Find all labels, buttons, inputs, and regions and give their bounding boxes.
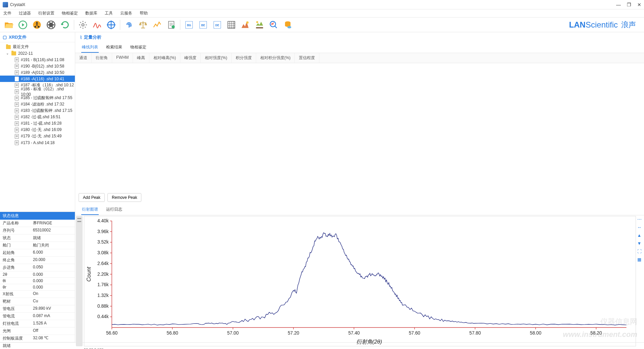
fingerprint-icon[interactable] <box>123 19 135 31</box>
menu-过滤器[interactable]: 过滤器 <box>19 10 31 16</box>
tree-file[interactable]: #183 -过硫酸氢钾 .shd 17:15 <box>0 107 75 114</box>
remove-peak-button[interactable]: Remove Peak <box>107 193 141 202</box>
tab-峰线列表[interactable]: 峰线列表 <box>81 42 99 53</box>
menu-云服务[interactable]: 云服务 <box>120 10 132 16</box>
chart-line-icon[interactable] <box>151 19 163 31</box>
column-header[interactable]: 积分强度 <box>232 53 256 63</box>
balance-icon[interactable] <box>137 19 149 31</box>
tab-检索结果[interactable]: 检索结果 <box>105 42 123 53</box>
report-icon[interactable] <box>165 19 177 31</box>
de-icon[interactable]: DE <box>211 19 223 31</box>
radiation-icon[interactable] <box>31 19 43 31</box>
tree-recent-folder[interactable]: 最近文件 <box>0 44 75 50</box>
column-header[interactable]: 相对强度(%) <box>201 53 232 63</box>
column-header[interactable]: 相对峰高(%) <box>149 53 180 63</box>
tree-file[interactable]: #179 -过-无 .shd 15:49 <box>0 133 75 139</box>
tree-file[interactable]: #181 - 过-硫.shd 16:28 <box>0 120 75 127</box>
column-header[interactable]: 峰强度 <box>180 53 201 63</box>
nav-up-icon[interactable]: ▲ <box>637 233 642 238</box>
svg-text:Count: Count <box>86 266 92 281</box>
peaks-icon[interactable] <box>239 19 251 31</box>
status-label: 控制板温度 <box>0 335 30 342</box>
tree-file[interactable]: #184 -滤油粉 .shd 17:32 <box>0 101 75 107</box>
tree-file[interactable]: #191 - B(116).shd 11:08 <box>0 56 75 63</box>
tab-物相鉴定[interactable]: 物相鉴定 <box>130 42 147 53</box>
tree-file[interactable]: #190 -B(012) .shd 10:58 <box>0 63 75 69</box>
column-header[interactable]: 峰高 <box>133 53 149 63</box>
status-label: 灯丝电流 <box>0 320 30 328</box>
status-value: 20.000 <box>30 257 75 264</box>
table-body <box>75 63 644 190</box>
peak-tabs: 峰线列表检索结果物相鉴定 <box>75 42 644 53</box>
menu-数据库[interactable]: 数据库 <box>85 10 97 16</box>
svg-text:BE: BE <box>201 24 205 27</box>
titlebar: CrystalX — ❐ ✕ <box>0 0 644 9</box>
fit-width-icon[interactable]: ↔ <box>637 225 642 230</box>
chart-canvas[interactable]: 0.44k0.88k1.32k1.76k2.20k2.64k3.08k3.52k… <box>84 216 636 346</box>
tree-file[interactable]: #182 -过-硫.shd 16:51 <box>0 114 75 120</box>
column-header[interactable]: FWHM <box>112 53 133 63</box>
tree-file[interactable]: #189 -A(012) .shd 10:50 <box>0 69 75 76</box>
minimize-button[interactable]: — <box>616 2 621 7</box>
status-label: 产品名称 <box>0 220 30 227</box>
maximize-button[interactable]: ❐ <box>627 2 631 7</box>
status-label: 终止角 <box>0 257 30 264</box>
tree-file[interactable]: #173 - A.shd 14:18 <box>0 139 75 146</box>
menu-衍射设置[interactable]: 衍射设置 <box>38 10 54 16</box>
app-title: CrystalX <box>10 2 616 7</box>
nav-down-icon[interactable]: ▼ <box>637 241 642 246</box>
search-analysis-icon[interactable] <box>268 19 280 31</box>
svg-text:57.80: 57.80 <box>469 330 481 335</box>
column-header[interactable]: 衍射角 <box>92 53 112 63</box>
chart-v-scrollbar[interactable] <box>76 216 83 346</box>
file-icon <box>15 140 19 145</box>
column-header[interactable]: 通道 <box>75 53 92 63</box>
tab-运行日志[interactable]: 运行日志 <box>105 205 123 215</box>
menu-文件[interactable]: 文件 <box>3 10 11 16</box>
tree-file[interactable]: #188 -A(116) .shd 10:41 <box>0 76 75 82</box>
document-icon: ▢ <box>3 35 7 40</box>
tab-衍射图谱[interactable]: 衍射图谱 <box>81 205 99 215</box>
tree-file[interactable]: #180 -过-无 .shd 16:09 <box>0 127 75 133</box>
menu-帮助[interactable]: 帮助 <box>140 10 148 16</box>
svg-text:DE: DE <box>215 24 219 27</box>
status-label: 步进角 <box>0 264 30 271</box>
grid-icon[interactable] <box>225 19 237 31</box>
fullscreen-icon[interactable]: ⛶ <box>637 249 642 254</box>
spectrum-icon[interactable] <box>91 19 103 31</box>
play-icon[interactable] <box>17 19 29 31</box>
be-icon[interactable]: BE <box>197 19 209 31</box>
svg-point-7 <box>172 25 175 28</box>
menu-物相鉴定[interactable]: 物相鉴定 <box>62 10 78 16</box>
close-button[interactable]: ✕ <box>637 2 641 7</box>
file-tree[interactable]: 最近文件⌄2022-11#191 - B(116).shd 11:08#190 … <box>0 42 75 212</box>
tree-date-folder[interactable]: ⌄2022-11 <box>0 50 75 56</box>
bg-icon[interactable]: BG <box>183 19 195 31</box>
file-icon <box>15 70 19 75</box>
menubar: 文件过滤器衍射设置物相鉴定数据库工具云服务帮助 <box>0 9 644 17</box>
column-header[interactable]: 相对积分强度(%) <box>256 53 295 63</box>
tree-file[interactable]: #186 - 标准（012）.shd 10:00 <box>0 88 75 95</box>
refresh-icon[interactable] <box>59 19 71 31</box>
status-panel: 状态信息 产品名称界FRINGE序列号65310002状态就绪舱门舱门关闭起始角… <box>0 212 75 342</box>
table-header: 通道衍射角FWHM峰高相对峰高(%)峰强度相对强度(%)积分强度相对积分强度(%… <box>75 53 644 63</box>
target-icon[interactable] <box>105 19 117 31</box>
add-peak-button[interactable]: Add Peak <box>79 193 105 202</box>
open-icon[interactable] <box>3 19 15 31</box>
status-label: 光闸 <box>0 328 30 335</box>
gear-icon[interactable] <box>77 19 89 31</box>
file-icon <box>15 64 19 69</box>
svg-text:2.20k: 2.20k <box>97 271 109 276</box>
svg-text:3.96k: 3.96k <box>97 229 109 234</box>
chevron-down-icon[interactable]: ⌄ <box>6 51 9 55</box>
database-cloud-icon[interactable] <box>282 19 294 31</box>
menu-工具[interactable]: 工具 <box>105 10 113 16</box>
chart-container: 0.44k0.88k1.32k1.76k2.20k2.64k3.08k3.52k… <box>75 215 644 343</box>
layers-icon[interactable] <box>254 19 266 31</box>
svg-text:1.76k: 1.76k <box>97 282 109 287</box>
grid-toggle-icon[interactable]: ▦ <box>637 257 642 262</box>
menu-icon[interactable]: ⋯ <box>637 217 642 222</box>
column-header[interactable]: 置信程度 <box>295 53 319 63</box>
aperture-icon[interactable] <box>45 19 57 31</box>
tree-file[interactable]: #185 - 过硫酸氢钾.shd 17:55 <box>0 95 75 101</box>
